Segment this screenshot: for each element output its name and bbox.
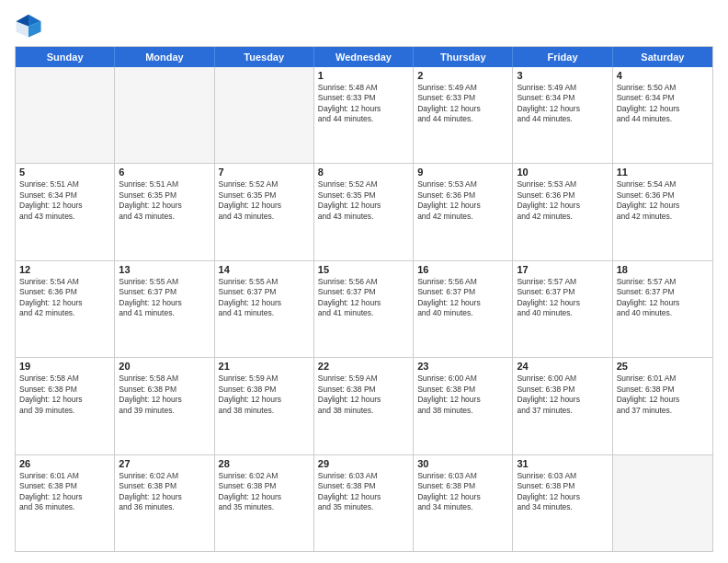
logo (15, 11, 46, 39)
day-number: 16 (417, 264, 508, 275)
day-number: 31 (517, 458, 608, 469)
calendar-cell: 31Sunrise: 6:03 AM Sunset: 6:38 PM Dayli… (513, 455, 612, 551)
calendar-cell (215, 67, 314, 163)
header-day-sunday: Sunday (16, 47, 115, 67)
day-number: 29 (318, 458, 409, 469)
day-info: Sunrise: 5:58 AM Sunset: 6:38 PM Dayligh… (119, 373, 210, 416)
calendar-row: 12Sunrise: 5:54 AM Sunset: 6:36 PM Dayli… (16, 261, 712, 358)
calendar-cell: 24Sunrise: 6:00 AM Sunset: 6:38 PM Dayli… (513, 358, 612, 454)
calendar-cell: 19Sunrise: 5:58 AM Sunset: 6:38 PM Dayli… (16, 358, 115, 454)
header-day-wednesday: Wednesday (314, 47, 414, 67)
header-day-monday: Monday (115, 47, 214, 67)
calendar-cell: 21Sunrise: 5:59 AM Sunset: 6:38 PM Dayli… (215, 358, 314, 454)
calendar-cell: 9Sunrise: 5:53 AM Sunset: 6:36 PM Daylig… (414, 164, 513, 259)
day-info: Sunrise: 5:55 AM Sunset: 6:37 PM Dayligh… (219, 277, 310, 319)
calendar-cell: 28Sunrise: 6:02 AM Sunset: 6:38 PM Dayli… (215, 455, 314, 551)
calendar-cell: 26Sunrise: 6:01 AM Sunset: 6:38 PM Dayli… (16, 455, 115, 551)
day-number: 27 (119, 458, 210, 469)
calendar-cell: 18Sunrise: 5:57 AM Sunset: 6:37 PM Dayli… (613, 261, 712, 357)
day-number: 1 (318, 70, 409, 81)
calendar-body: 1Sunrise: 5:48 AM Sunset: 6:33 PM Daylig… (16, 67, 712, 551)
day-info: Sunrise: 6:00 AM Sunset: 6:38 PM Dayligh… (417, 373, 508, 416)
calendar-cell: 14Sunrise: 5:55 AM Sunset: 6:37 PM Dayli… (215, 261, 314, 357)
day-info: Sunrise: 5:53 AM Sunset: 6:36 PM Dayligh… (517, 179, 608, 222)
day-number: 26 (19, 458, 110, 469)
calendar-cell (115, 67, 214, 163)
calendar-cell: 12Sunrise: 5:54 AM Sunset: 6:36 PM Dayli… (16, 261, 115, 357)
day-number: 18 (617, 264, 709, 275)
day-number: 21 (219, 361, 310, 372)
calendar: SundayMondayTuesdayWednesdayThursdayFrid… (15, 46, 713, 552)
day-number: 4 (617, 70, 709, 81)
day-info: Sunrise: 6:01 AM Sunset: 6:38 PM Dayligh… (19, 471, 110, 513)
day-info: Sunrise: 5:54 AM Sunset: 6:36 PM Dayligh… (19, 277, 110, 319)
day-info: Sunrise: 5:49 AM Sunset: 6:34 PM Dayligh… (517, 83, 608, 125)
day-number: 3 (517, 70, 608, 81)
day-number: 13 (119, 264, 210, 275)
day-number: 10 (517, 167, 608, 178)
day-info: Sunrise: 6:03 AM Sunset: 6:38 PM Dayligh… (517, 471, 608, 513)
day-info: Sunrise: 5:52 AM Sunset: 6:35 PM Dayligh… (219, 179, 310, 222)
day-info: Sunrise: 5:56 AM Sunset: 6:37 PM Dayligh… (318, 277, 409, 319)
day-number: 9 (417, 167, 508, 178)
calendar-cell (16, 67, 115, 163)
day-info: Sunrise: 5:59 AM Sunset: 6:38 PM Dayligh… (318, 373, 409, 416)
calendar-cell: 3Sunrise: 5:49 AM Sunset: 6:34 PM Daylig… (513, 67, 612, 163)
calendar-cell: 2Sunrise: 5:49 AM Sunset: 6:33 PM Daylig… (414, 67, 513, 163)
day-info: Sunrise: 6:00 AM Sunset: 6:38 PM Dayligh… (517, 373, 608, 416)
calendar-cell: 6Sunrise: 5:51 AM Sunset: 6:35 PM Daylig… (115, 164, 214, 259)
day-info: Sunrise: 5:51 AM Sunset: 6:34 PM Dayligh… (19, 179, 110, 222)
day-info: Sunrise: 6:03 AM Sunset: 6:38 PM Dayligh… (318, 471, 409, 513)
day-info: Sunrise: 5:54 AM Sunset: 6:36 PM Dayligh… (617, 179, 709, 222)
day-number: 15 (318, 264, 409, 275)
day-info: Sunrise: 5:57 AM Sunset: 6:37 PM Dayligh… (517, 277, 608, 319)
calendar-row: 1Sunrise: 5:48 AM Sunset: 6:33 PM Daylig… (16, 67, 712, 164)
calendar-row: 5Sunrise: 5:51 AM Sunset: 6:34 PM Daylig… (16, 164, 712, 260)
day-info: Sunrise: 5:58 AM Sunset: 6:38 PM Dayligh… (19, 373, 110, 416)
day-info: Sunrise: 5:56 AM Sunset: 6:37 PM Dayligh… (417, 277, 508, 319)
calendar-cell: 16Sunrise: 5:56 AM Sunset: 6:37 PM Dayli… (414, 261, 513, 357)
day-number: 28 (219, 458, 310, 469)
logo-icon (15, 11, 42, 39)
day-info: Sunrise: 5:55 AM Sunset: 6:37 PM Dayligh… (119, 277, 210, 319)
day-number: 24 (517, 361, 608, 372)
calendar-cell: 27Sunrise: 6:02 AM Sunset: 6:38 PM Dayli… (115, 455, 214, 551)
calendar-cell: 17Sunrise: 5:57 AM Sunset: 6:37 PM Dayli… (513, 261, 612, 357)
calendar-cell: 5Sunrise: 5:51 AM Sunset: 6:34 PM Daylig… (16, 164, 115, 259)
calendar-cell: 4Sunrise: 5:50 AM Sunset: 6:34 PM Daylig… (613, 67, 712, 163)
calendar-cell: 7Sunrise: 5:52 AM Sunset: 6:35 PM Daylig… (215, 164, 314, 259)
day-number: 6 (119, 167, 210, 178)
calendar-cell (613, 455, 712, 551)
header-day-thursday: Thursday (414, 47, 513, 67)
day-number: 12 (19, 264, 110, 275)
day-number: 14 (219, 264, 310, 275)
calendar-cell: 25Sunrise: 6:01 AM Sunset: 6:38 PM Dayli… (613, 358, 712, 454)
header-day-friday: Friday (513, 47, 612, 67)
day-info: Sunrise: 5:57 AM Sunset: 6:37 PM Dayligh… (617, 277, 709, 319)
calendar-cell: 15Sunrise: 5:56 AM Sunset: 6:37 PM Dayli… (314, 261, 414, 357)
day-info: Sunrise: 5:51 AM Sunset: 6:35 PM Dayligh… (119, 179, 210, 222)
calendar-cell: 1Sunrise: 5:48 AM Sunset: 6:33 PM Daylig… (314, 67, 414, 163)
day-info: Sunrise: 5:49 AM Sunset: 6:33 PM Dayligh… (417, 83, 508, 125)
page: SundayMondayTuesdayWednesdayThursdayFrid… (0, 0, 728, 563)
day-info: Sunrise: 6:01 AM Sunset: 6:38 PM Dayligh… (617, 373, 709, 416)
calendar-cell: 20Sunrise: 5:58 AM Sunset: 6:38 PM Dayli… (115, 358, 214, 454)
calendar-cell: 23Sunrise: 6:00 AM Sunset: 6:38 PM Dayli… (414, 358, 513, 454)
day-number: 7 (219, 167, 310, 178)
day-number: 8 (318, 167, 409, 178)
header (15, 11, 713, 39)
day-number: 5 (19, 167, 110, 178)
day-number: 2 (417, 70, 508, 81)
day-number: 25 (617, 361, 709, 372)
day-info: Sunrise: 5:59 AM Sunset: 6:38 PM Dayligh… (219, 373, 310, 416)
calendar-cell: 8Sunrise: 5:52 AM Sunset: 6:35 PM Daylig… (314, 164, 414, 259)
calendar-cell: 29Sunrise: 6:03 AM Sunset: 6:38 PM Dayli… (314, 455, 414, 551)
calendar-header: SundayMondayTuesdayWednesdayThursdayFrid… (16, 47, 712, 67)
day-number: 20 (119, 361, 210, 372)
calendar-row: 26Sunrise: 6:01 AM Sunset: 6:38 PM Dayli… (16, 455, 712, 551)
calendar-cell: 13Sunrise: 5:55 AM Sunset: 6:37 PM Dayli… (115, 261, 214, 357)
calendar-cell: 30Sunrise: 6:03 AM Sunset: 6:38 PM Dayli… (414, 455, 513, 551)
day-number: 22 (318, 361, 409, 372)
calendar-cell: 22Sunrise: 5:59 AM Sunset: 6:38 PM Dayli… (314, 358, 414, 454)
calendar-row: 19Sunrise: 5:58 AM Sunset: 6:38 PM Dayli… (16, 358, 712, 454)
